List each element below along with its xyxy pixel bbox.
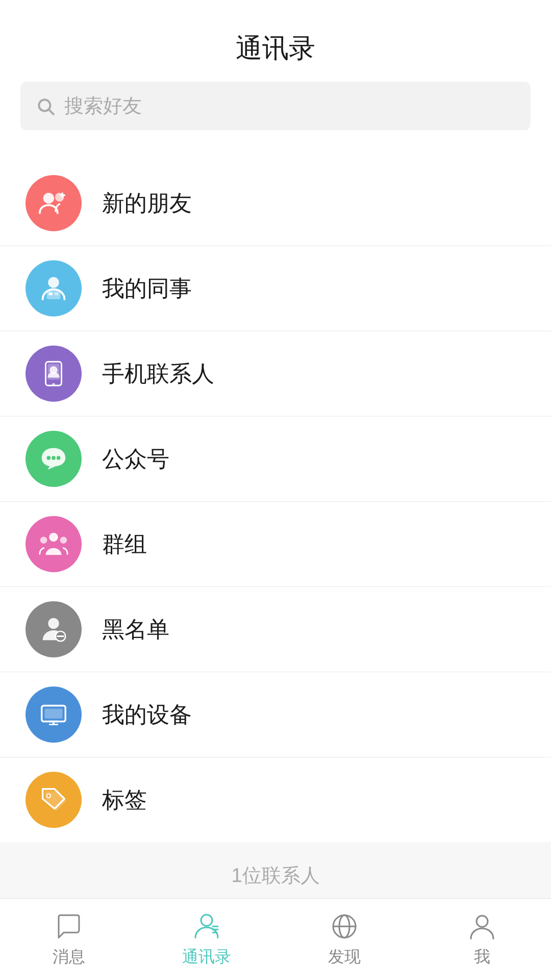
svg-point-18 xyxy=(40,536,47,544)
discover-label: 发现 xyxy=(328,946,361,968)
svg-point-15 xyxy=(52,456,56,460)
phone-contacts-icon xyxy=(38,358,69,389)
groups-icon xyxy=(38,528,69,560)
new-friends-icon-circle xyxy=(26,175,82,231)
search-placeholder: 搜索好友 xyxy=(64,93,142,119)
my-devices-icon-circle xyxy=(26,687,82,743)
nav-item-me[interactable]: 我 xyxy=(436,911,528,968)
page-title: 通讯录 xyxy=(236,33,315,63)
menu-item-colleagues[interactable]: 我的同事 xyxy=(0,246,551,331)
public-account-label: 公众号 xyxy=(102,444,169,474)
menu-item-public-account[interactable]: 公众号 xyxy=(0,416,551,502)
new-friends-label: 新的朋友 xyxy=(102,188,192,218)
my-devices-icon xyxy=(38,699,69,730)
svg-point-6 xyxy=(48,277,59,288)
menu-item-phone-contacts[interactable]: 手机联系人 xyxy=(0,331,551,416)
search-bar[interactable]: 搜索好友 xyxy=(20,82,531,130)
nav-item-discover[interactable]: 发现 xyxy=(298,911,390,968)
svg-point-2 xyxy=(43,193,54,204)
svg-point-17 xyxy=(49,533,58,542)
menu-item-new-friends[interactable]: 新的朋友 xyxy=(0,161,551,246)
svg-rect-9 xyxy=(55,292,59,296)
svg-point-29 xyxy=(47,795,50,797)
discover-icon xyxy=(329,911,360,942)
new-friends-icon xyxy=(38,187,69,219)
svg-point-14 xyxy=(46,456,51,460)
nav-item-messages[interactable]: 消息 xyxy=(23,911,115,968)
svg-point-20 xyxy=(48,618,59,629)
public-account-icon xyxy=(38,443,69,475)
search-icon xyxy=(36,96,55,116)
contact-count-text: 1位联系人 xyxy=(231,865,319,886)
svg-line-1 xyxy=(49,110,54,114)
contacts-icon xyxy=(191,911,222,942)
blacklist-label: 黑名单 xyxy=(102,615,169,645)
messages-icon xyxy=(54,911,84,942)
my-devices-label: 我的设备 xyxy=(102,700,192,730)
me-icon xyxy=(467,911,497,942)
search-container: 搜索好友 xyxy=(0,82,551,151)
phone-contacts-icon-circle xyxy=(26,346,82,402)
menu-item-groups[interactable]: 群组 xyxy=(0,502,551,587)
public-account-icon-circle xyxy=(26,431,82,487)
blacklist-icon-circle xyxy=(26,601,82,657)
tags-icon xyxy=(38,784,69,816)
nav-item-contacts[interactable]: 通讯录 xyxy=(161,911,253,968)
messages-label: 消息 xyxy=(53,946,85,968)
menu-item-tags[interactable]: 标签 xyxy=(0,757,551,842)
menu-list: 新的朋友 我的同事 手机联系人 xyxy=(0,151,551,842)
svg-point-13 xyxy=(52,383,55,386)
tags-icon-circle xyxy=(26,772,82,828)
phone-contacts-label: 手机联系人 xyxy=(102,359,214,389)
menu-item-blacklist[interactable]: 黑名单 xyxy=(0,587,551,672)
svg-point-37 xyxy=(477,916,488,927)
bottom-nav: 消息 通讯录 发现 我 xyxy=(0,898,551,980)
colleagues-label: 我的同事 xyxy=(102,274,192,304)
header: 通讯录 xyxy=(0,0,551,82)
tags-label: 标签 xyxy=(102,785,147,815)
svg-rect-24 xyxy=(45,708,63,718)
contacts-label: 通讯录 xyxy=(182,946,231,968)
colleagues-icon-circle xyxy=(26,260,82,316)
svg-point-16 xyxy=(57,456,61,460)
svg-point-30 xyxy=(201,915,212,926)
colleagues-icon xyxy=(38,273,69,304)
blacklist-icon xyxy=(38,614,69,645)
groups-icon-circle xyxy=(26,516,82,572)
svg-point-19 xyxy=(60,536,67,544)
menu-item-my-devices[interactable]: 我的设备 xyxy=(0,672,551,757)
groups-label: 群组 xyxy=(102,529,147,559)
svg-rect-8 xyxy=(48,292,53,296)
me-label: 我 xyxy=(474,946,490,968)
